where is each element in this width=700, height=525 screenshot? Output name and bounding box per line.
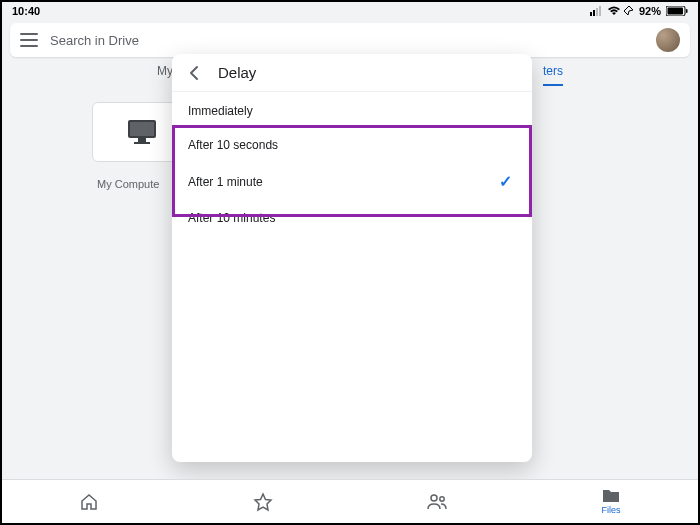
menu-icon[interactable] — [20, 33, 38, 47]
folder-icon — [601, 488, 621, 504]
option-after-1-minute[interactable]: After 1 minute ✓ — [172, 162, 532, 201]
signal-icon — [590, 6, 604, 16]
svg-rect-8 — [130, 122, 154, 136]
svg-rect-10 — [134, 142, 150, 144]
option-after-10-minutes[interactable]: After 10 minutes — [172, 201, 532, 235]
avatar[interactable] — [656, 28, 680, 52]
wifi-icon — [607, 6, 621, 16]
svg-rect-1 — [593, 10, 595, 16]
svg-point-12 — [440, 496, 444, 500]
svg-rect-3 — [599, 6, 601, 16]
modal-title: Delay — [218, 64, 256, 81]
delay-modal: Delay Immediately After 10 seconds After… — [172, 54, 532, 462]
modal-header: Delay — [172, 54, 532, 92]
folder-label: My Compute — [97, 178, 159, 190]
battery-percent: 92% — [639, 5, 661, 17]
status-bar: 10:40 92% — [2, 2, 698, 20]
option-after-10-seconds[interactable]: After 10 seconds — [172, 128, 532, 162]
search-bar[interactable]: Search in Drive — [10, 23, 690, 57]
option-immediately[interactable]: Immediately — [172, 94, 532, 128]
battery-icon — [666, 6, 688, 16]
svg-rect-2 — [596, 8, 598, 16]
tab-my-computer[interactable]: My — [157, 64, 173, 78]
tab-computers[interactable]: ters — [543, 64, 563, 86]
option-label: Immediately — [188, 104, 253, 118]
svg-rect-9 — [138, 138, 146, 142]
nav-shared[interactable] — [350, 480, 524, 523]
svg-rect-5 — [668, 8, 684, 15]
nav-files-label: Files — [601, 505, 620, 515]
search-placeholder: Search in Drive — [50, 33, 644, 48]
back-icon[interactable] — [186, 65, 202, 81]
star-icon — [253, 492, 273, 512]
monitor-icon — [126, 118, 158, 146]
status-time: 10:40 — [12, 5, 40, 17]
svg-rect-6 — [686, 9, 688, 13]
home-icon — [79, 492, 99, 512]
option-label: After 1 minute — [188, 175, 263, 189]
check-icon: ✓ — [499, 172, 512, 191]
bottom-nav: Files — [2, 479, 698, 523]
option-label: After 10 minutes — [188, 211, 275, 225]
delay-options: Immediately After 10 seconds After 1 min… — [172, 92, 532, 235]
status-indicators: 92% — [590, 5, 688, 17]
svg-rect-0 — [590, 12, 592, 16]
people-icon — [426, 492, 448, 512]
nav-starred[interactable] — [176, 480, 350, 523]
nav-home[interactable] — [2, 480, 176, 523]
svg-point-11 — [431, 495, 437, 501]
nav-files[interactable]: Files — [524, 480, 698, 523]
location-icon — [624, 6, 634, 16]
option-label: After 10 seconds — [188, 138, 278, 152]
